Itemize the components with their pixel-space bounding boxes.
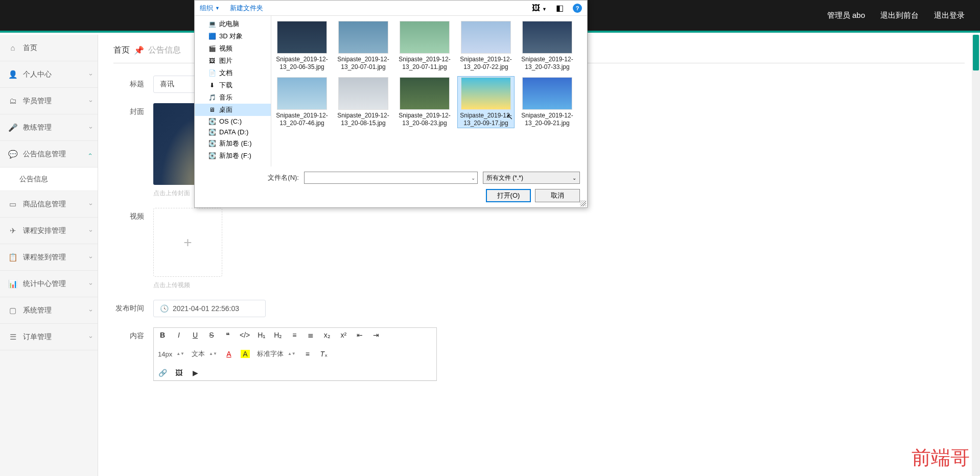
video2-button[interactable]: ▶ — [191, 369, 200, 377]
tree-item[interactable]: 🖥桌面 — [195, 104, 271, 116]
outdent-button[interactable]: ⇥ — [371, 331, 381, 339]
sidebar-item-10[interactable]: ▢系统管理‹ — [0, 297, 98, 324]
sidebar-subitem[interactable]: 公告信息 — [0, 168, 98, 191]
textcolor-button[interactable]: A — [224, 350, 234, 358]
file-item[interactable]: Snipaste_2019-12-13_20-07-11.jpg — [396, 20, 453, 72]
tree-item[interactable]: 💽新加卷 (E:) — [195, 137, 271, 150]
clear-button[interactable]: Tₓ — [319, 350, 329, 358]
bold-button[interactable]: B — [158, 331, 167, 339]
fontsize-select[interactable]: 14px▲▼ — [158, 350, 184, 358]
sub-button[interactable]: x₂ — [322, 331, 332, 339]
file-item[interactable]: Snipaste_2019-12-13_20-08-15.jpg — [335, 76, 392, 128]
file-item[interactable]: Snipaste_2019-12-13_20-07-33.jpg — [519, 20, 576, 72]
editor-toolbar: B I U S ❝ </> H₁ H₂ ≡ ≣ x₂ x² ⇤ ⇥ 14px▲▼… — [154, 328, 436, 380]
sidebar-item-1[interactable]: 👤个人中心‹ — [0, 61, 98, 88]
logout-link[interactable]: 退出登录 — [934, 11, 965, 20]
tree-item[interactable]: 🎬视频 — [195, 42, 271, 55]
file-name: Snipaste_2019-12-13_20-08-15.jpg — [336, 112, 391, 127]
file-name: Snipaste_2019-12-13_20-07-11.jpg — [397, 56, 452, 71]
tree-item[interactable]: 💽OS (C:) — [195, 116, 271, 127]
file-thumbnail — [277, 21, 327, 54]
fontstyle-select[interactable]: 文本▲▼ — [192, 349, 217, 359]
image-button[interactable]: 🖼 — [174, 369, 183, 377]
sidebar-item-3[interactable]: 🎤教练管理‹ — [0, 114, 98, 141]
tree-item[interactable]: 💽新加卷 (F:) — [195, 150, 271, 162]
watermark: 前端哥 — [912, 445, 970, 471]
file-item[interactable]: Snipaste_2019-12-13_20-07-46.jpg — [273, 76, 331, 128]
file-filter-select[interactable]: 所有文件 (*.*)⌄ — [483, 172, 580, 184]
publish-time-input[interactable]: 🕓 2021-04-01 22:56:03 — [153, 300, 266, 317]
organize-menu[interactable]: 组织 ▼ — [200, 4, 220, 13]
cancel-button[interactable]: 取消 — [535, 189, 580, 202]
new-folder-button[interactable]: 新建文件夹 — [230, 4, 263, 13]
admin-label[interactable]: 管理员 abo — [827, 11, 865, 20]
menu-icon: ⌂ — [8, 43, 18, 52]
tree-item[interactable]: 💻此电脑 — [195, 18, 271, 30]
bgcolor-button[interactable]: A — [241, 350, 250, 358]
underline-button[interactable]: U — [191, 331, 200, 339]
filename-input[interactable]: ⌄ — [304, 172, 478, 184]
file-grid[interactable]: Snipaste_2019-12-13_20-06-35.jpgSnipaste… — [271, 16, 587, 166]
file-item[interactable]: Snipaste_2019-12-13_20-06-35.jpg — [273, 20, 331, 72]
view-mode-button[interactable]: 🖼 ▼ — [532, 4, 547, 13]
menu-label: 教练管理 — [23, 123, 52, 132]
folder-icon: 📄 — [208, 69, 216, 77]
resize-grip[interactable] — [580, 200, 586, 206]
sidebar-item-11[interactable]: ☰订单管理‹ — [0, 324, 98, 350]
help-icon[interactable]: ? — [573, 4, 582, 13]
ul-button[interactable]: ≣ — [306, 331, 315, 339]
align-button[interactable]: ≡ — [303, 350, 312, 358]
folder-icon: 🎵 — [208, 94, 216, 101]
menu-label: 商品信息管理 — [23, 200, 66, 209]
menu-label: 统计中心管理 — [23, 279, 66, 289]
folder-icon: 💽 — [208, 118, 216, 125]
exit-front-link[interactable]: 退出到前台 — [880, 11, 919, 20]
sidebar-item-9[interactable]: 📊统计中心管理‹ — [0, 271, 98, 297]
folder-icon: 💽 — [208, 129, 216, 136]
tree-item[interactable]: 💽DATA (D:) — [195, 127, 271, 137]
file-item[interactable]: Snipaste_2019-12-13_20-07-22.jpg — [457, 20, 515, 72]
file-name: Snipaste_2019-12-13_20-09-21.jpg — [520, 112, 575, 127]
file-thumbnail — [338, 77, 388, 110]
indent-button[interactable]: ⇤ — [355, 331, 364, 339]
code-button[interactable]: </> — [240, 331, 250, 339]
sidebar-item-2[interactable]: 🗂学员管理‹ — [0, 88, 98, 114]
file-item[interactable]: Snipaste_2019-12-13_20-09-17.jpg — [457, 76, 515, 128]
sup-button[interactable]: x² — [339, 331, 348, 339]
menu-icon: ▭ — [8, 200, 18, 209]
menu-icon: 📋 — [8, 253, 18, 262]
ol-button[interactable]: ≡ — [290, 331, 299, 339]
tree-label: 下载 — [219, 81, 232, 90]
page-scrollbar[interactable] — [972, 35, 980, 476]
publish-time-value: 2021-04-01 22:56:03 — [173, 304, 239, 313]
tree-item[interactable]: 📄文档 — [195, 67, 271, 79]
file-item[interactable]: Snipaste_2019-12-13_20-07-01.jpg — [335, 20, 392, 72]
open-button[interactable]: 打开(O) — [486, 189, 531, 202]
tree-item[interactable]: 🖼图片 — [195, 55, 271, 67]
quote-button[interactable]: ❝ — [223, 331, 232, 339]
tree-item[interactable]: 🟦3D 对象 — [195, 30, 271, 42]
tree-label: 图片 — [219, 56, 232, 65]
crumb-home[interactable]: 首页 — [113, 45, 130, 56]
link-button[interactable]: 🔗 — [158, 369, 167, 377]
strike-button[interactable]: S — [207, 331, 216, 339]
file-item[interactable]: Snipaste_2019-12-13_20-09-21.jpg — [519, 76, 576, 128]
preview-pane-button[interactable]: ◧ — [556, 3, 564, 13]
italic-button[interactable]: I — [174, 331, 183, 339]
h2-button[interactable]: H₂ — [273, 331, 283, 339]
sidebar-item-7[interactable]: ✈课程安排管理‹ — [0, 218, 98, 244]
content-label: 内容 — [113, 327, 144, 341]
fontfamily-select[interactable]: 标准字体▲▼ — [257, 349, 296, 359]
file-item[interactable]: Snipaste_2019-12-13_20-08-23.jpg — [396, 76, 453, 128]
menu-label: 个人中心 — [23, 70, 52, 79]
sidebar-item-8[interactable]: 📋课程签到管理‹ — [0, 244, 98, 271]
tree-item[interactable]: ⬇下载 — [195, 79, 271, 91]
folder-tree[interactable]: 💻此电脑🟦3D 对象🎬视频🖼图片📄文档⬇下载🎵音乐🖥桌面💽OS (C:)💽DAT… — [195, 16, 271, 166]
sidebar-item-0[interactable]: ⌂首页 — [0, 35, 98, 61]
tree-item[interactable]: 🎵音乐 — [195, 91, 271, 104]
video-hint: 点击上传视频 — [153, 281, 222, 290]
h1-button[interactable]: H₁ — [257, 331, 266, 339]
sidebar-item-6[interactable]: ▭商品信息管理‹ — [0, 191, 98, 218]
video-upload-box[interactable]: + — [153, 208, 222, 277]
sidebar-item-4[interactable]: 💬公告信息管理‹ — [0, 141, 98, 168]
